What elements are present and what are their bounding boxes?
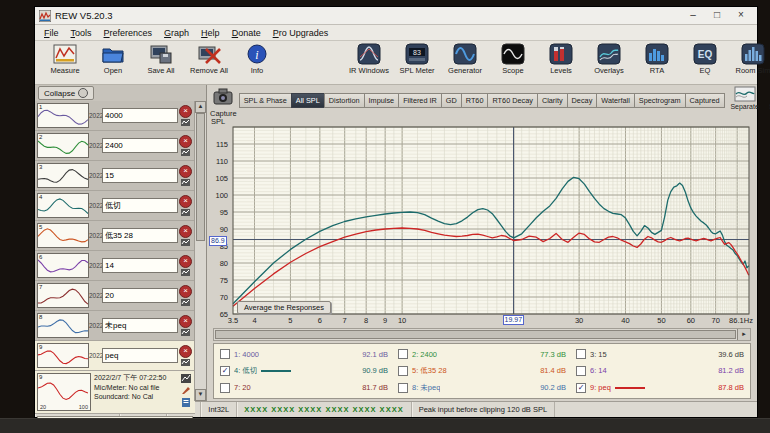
separate-button[interactable]: Separate	[725, 86, 765, 111]
overlays-button[interactable]: Overlays	[585, 43, 633, 75]
average-responses-button[interactable]: Average the Responses	[237, 301, 331, 314]
menu-tools[interactable]: Tools	[66, 28, 97, 38]
legend-checkbox[interactable]	[220, 383, 230, 393]
notes-icon[interactable]	[181, 398, 191, 407]
legend-checkbox[interactable]: ✓	[576, 383, 586, 393]
measurement-name-input[interactable]	[102, 288, 178, 303]
rta-button[interactable]: RTA	[633, 43, 681, 75]
legend-checkbox[interactable]	[576, 349, 586, 359]
delete-measurement-icon[interactable]: ×	[179, 195, 192, 208]
menu-donate[interactable]: Donate	[227, 28, 266, 38]
delete-measurement-icon[interactable]: ×	[179, 225, 192, 238]
measurement-actions-icon[interactable]	[181, 149, 190, 156]
close-button[interactable]: ×	[729, 8, 753, 23]
measurement-row-4[interactable]: 42022/2/7×	[35, 191, 195, 221]
tab-decay[interactable]: Decay	[567, 93, 597, 108]
delete-measurement-icon[interactable]: ×	[179, 345, 192, 358]
menu-preferences[interactable]: Preferences	[99, 28, 158, 38]
measurement-row-8[interactable]: 82022/2/7×	[35, 311, 195, 341]
sidebar-scrollbar[interactable]: ▲ ▼	[194, 101, 206, 401]
collapse-button[interactable]: Collapse	[38, 86, 94, 100]
edit-cal-icon[interactable]	[181, 386, 191, 395]
menu-pro-upgrades[interactable]: Pro Upgrades	[268, 28, 334, 38]
legend-checkbox[interactable]: ✓	[220, 366, 230, 376]
remove-all-button[interactable]: Remove All	[185, 43, 233, 75]
delete-measurement-icon[interactable]: ×	[179, 135, 192, 148]
measurement-name-input[interactable]	[102, 198, 178, 213]
spl-meter-button[interactable]: 83SPL Meter	[393, 43, 441, 75]
measurement-actions-icon[interactable]	[181, 209, 190, 216]
info-button[interactable]: iInfo	[233, 43, 281, 75]
measurement-actions-icon[interactable]	[181, 269, 190, 276]
save-measurement-icon[interactable]	[181, 374, 191, 383]
maximize-button[interactable]: □	[705, 8, 729, 23]
tab-captured[interactable]: Captured	[685, 93, 725, 108]
scrollbars-button[interactable]: Scrollbars	[765, 86, 770, 111]
measurement-actions-icon[interactable]	[181, 299, 190, 306]
legend-checkbox[interactable]	[220, 349, 230, 359]
eq-button[interactable]: EQEQ	[681, 43, 729, 75]
scroll-down-icon[interactable]: ▼	[195, 389, 206, 401]
levels-button[interactable]: Levels	[537, 43, 585, 75]
scroll-up-icon[interactable]: ▲	[195, 101, 206, 113]
legend-checkbox[interactable]	[398, 349, 408, 359]
measurement-actions-icon[interactable]	[181, 179, 190, 186]
measurement-actions-icon[interactable]	[181, 359, 190, 366]
tab-spectrogram[interactable]: Spectrogram	[634, 93, 685, 108]
measurement-actions-icon[interactable]	[181, 329, 190, 336]
tab-impulse[interactable]: Impulse	[364, 93, 399, 108]
freq-axis-scrollbar[interactable]: ▸	[213, 328, 751, 341]
measurement-row-1[interactable]: 12022/2/7×	[35, 101, 195, 131]
delete-measurement-icon[interactable]: ×	[179, 105, 192, 118]
measurement-actions-icon[interactable]	[181, 239, 190, 246]
measurement-row-6[interactable]: 62022/2/7×	[35, 251, 195, 281]
tab-waterfall[interactable]: Waterfall	[596, 93, 634, 108]
delete-measurement-icon[interactable]: ×	[179, 315, 192, 328]
delete-measurement-icon[interactable]: ×	[179, 165, 192, 178]
open-button[interactable]: Open	[89, 43, 137, 75]
measurement-name-input[interactable]	[102, 348, 178, 363]
tab-rt60[interactable]: RT60	[461, 93, 488, 108]
tab-gd[interactable]: GD	[441, 93, 461, 108]
measure-button[interactable]: Measure	[41, 43, 89, 75]
save-all-button[interactable]: Save All	[137, 43, 185, 75]
legend-checkbox[interactable]	[576, 366, 586, 376]
legend-checkbox[interactable]	[398, 366, 408, 376]
menu-file[interactable]: File	[39, 28, 64, 38]
tab-all-spl[interactable]: All SPL	[291, 93, 324, 108]
measurement-name-input[interactable]	[102, 228, 178, 243]
capture-button[interactable]: Capture	[210, 86, 237, 118]
levels-icon	[548, 43, 574, 65]
menu-graph[interactable]: Graph	[159, 28, 194, 38]
tab-rt60-decay[interactable]: RT60 Decay	[487, 93, 536, 108]
delete-measurement-icon[interactable]: ×	[179, 285, 192, 298]
generator-button[interactable]: Generator	[441, 43, 489, 75]
measurement-name-input[interactable]	[102, 108, 178, 123]
menu-help[interactable]: Help	[196, 28, 225, 38]
freq-axis-scrollbar-thumb[interactable]	[215, 330, 736, 339]
sidebar-scrollbar-thumb[interactable]	[196, 113, 205, 241]
measurement-name-input[interactable]	[102, 168, 178, 183]
measurement-row-9[interactable]: 92022/2/7×	[35, 341, 195, 371]
measurement-name-input[interactable]	[102, 258, 178, 273]
measurement-name-input[interactable]	[102, 138, 178, 153]
measurement-actions-icon[interactable]	[181, 119, 190, 126]
ir-windows-button[interactable]: IR Windows	[345, 43, 393, 75]
scroll-right-icon[interactable]: ▸	[737, 329, 750, 340]
tab-clarity[interactable]: Clarity	[537, 93, 567, 108]
open-icon	[100, 43, 126, 65]
measurement-row-7[interactable]: 72022/2/7×	[35, 281, 195, 311]
room-sim-button[interactable]: Room Sim	[729, 43, 770, 75]
scope-button[interactable]: Scope	[489, 43, 537, 75]
measurement-row-5[interactable]: 52022/2/7×	[35, 221, 195, 251]
tab-spl-phase[interactable]: SPL & Phase	[239, 93, 291, 108]
tab-distortion[interactable]: Distortion	[324, 93, 364, 108]
minimize-button[interactable]: –	[681, 8, 705, 23]
delete-measurement-icon[interactable]: ×	[179, 255, 192, 268]
spl-chart[interactable]	[207, 117, 757, 328]
legend-checkbox[interactable]	[398, 383, 408, 393]
measurement-row-2[interactable]: 22022/2/7×	[35, 131, 195, 161]
tab-filtered-ir[interactable]: Filtered IR	[398, 93, 441, 108]
measurement-row-3[interactable]: 32022/2/7×	[35, 161, 195, 191]
measurement-name-input[interactable]	[102, 318, 178, 333]
